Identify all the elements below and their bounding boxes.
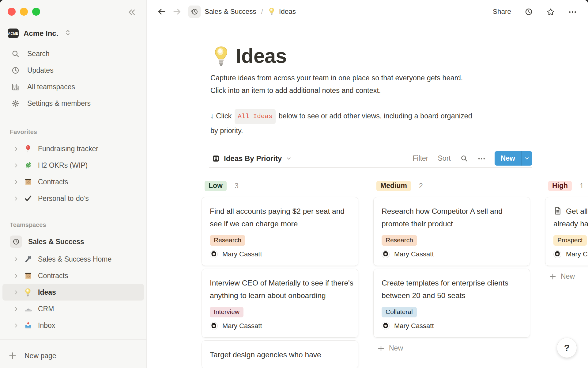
favorite-star-icon[interactable] <box>546 8 555 16</box>
hint-prefix: ↓ Click <box>210 112 232 120</box>
sidebar-item-updates[interactable]: Updates <box>0 62 144 79</box>
sidebar-item-contracts[interactable]: Contracts <box>2 267 144 284</box>
sidebar-item-crm[interactable]: CRM <box>2 301 144 317</box>
collapse-sidebar-button[interactable] <box>126 7 137 18</box>
card-interview-ceo[interactable]: Interview CEO of Materially to see if th… <box>202 269 358 338</box>
card-person: Mary C <box>553 250 588 258</box>
sidebar-item-label: H2 OKRs (WIP) <box>38 161 88 170</box>
favorites-list: Fundraising tracker H2 OKRs (WIP) Contra… <box>0 140 144 207</box>
column-chip-low[interactable]: Low <box>205 181 227 191</box>
sidebar-item-label: CRM <box>38 305 54 313</box>
breadcrumb-page[interactable]: Ideas <box>268 7 296 16</box>
sidebar-item-sales-success-home[interactable]: Sales & Success Home <box>2 251 144 267</box>
card-title: Interview CEO of Materially to see if th… <box>210 277 354 302</box>
breadcrumb-teamspace-icon[interactable] <box>188 6 201 18</box>
new-button-dropdown[interactable] <box>521 151 532 166</box>
close-button[interactable] <box>8 8 16 16</box>
description-line: Click into an item to add additional not… <box>210 84 463 97</box>
forward-button[interactable] <box>172 7 182 16</box>
board-columns: Low 3 Find all accounts paying $2 per se… <box>202 181 588 368</box>
person-name: Mary Cassatt <box>394 322 434 330</box>
add-card-button[interactable]: New <box>545 272 588 281</box>
lightbulb-emoji <box>268 7 275 16</box>
sidebar-item-sales-success[interactable]: Sales & Success <box>0 233 144 250</box>
hint-line: ↓ ClickAll Ideasbelow to see or add othe… <box>210 109 472 124</box>
column-count: 1 <box>580 182 584 190</box>
chevron-right-icon[interactable] <box>13 306 19 312</box>
new-button[interactable]: New <box>495 151 532 166</box>
page-description[interactable]: Capture ideas from across your team in o… <box>210 72 463 97</box>
add-card-label: New <box>389 344 403 352</box>
sidebar-item-inbox[interactable]: Inbox <box>2 317 144 334</box>
more-options-icon[interactable] <box>568 8 576 16</box>
chevron-right-icon[interactable] <box>13 273 19 279</box>
hint-suffix: below to see or add other views, includi… <box>279 112 472 120</box>
sidebar-item-label: All teamspaces <box>27 83 75 91</box>
page-icon-lightbulb[interactable] <box>212 45 230 68</box>
column-count: 3 <box>235 182 239 190</box>
plus-icon <box>377 344 385 352</box>
sidebar-item-search[interactable]: Search <box>0 45 144 62</box>
new-page-button[interactable]: New page <box>0 347 146 364</box>
card-target-design-agencies[interactable]: Target design agencies who have <box>202 340 358 368</box>
chevron-right-icon[interactable] <box>13 179 19 185</box>
back-button[interactable] <box>157 7 166 16</box>
arrow-right-icon <box>172 7 182 16</box>
chevron-right-icon[interactable] <box>13 196 19 201</box>
chevron-right-icon[interactable] <box>13 289 19 295</box>
main-panel: Sales & Success / Ideas Share Ideas Capt… <box>147 0 588 368</box>
sidebar-item-all-teamspaces[interactable]: All teamspaces <box>0 79 144 95</box>
updates-clock-icon[interactable] <box>525 8 533 16</box>
column-chip-medium[interactable]: Medium <box>376 181 411 191</box>
chevron-right-icon[interactable] <box>13 323 19 328</box>
teamspace-pages: Sales & Success Home Contracts Ideas CRM <box>2 251 144 334</box>
filter-button[interactable]: Filter <box>413 154 428 163</box>
sidebar-item-label: Search <box>27 50 50 58</box>
minimize-button[interactable] <box>20 8 28 16</box>
plus-icon <box>549 273 557 281</box>
person-name: Mary C <box>566 250 588 258</box>
page-title[interactable]: Ideas <box>236 44 287 67</box>
breadcrumb-teamspace[interactable]: Sales & Success <box>205 8 256 16</box>
page-hint[interactable]: ↓ ClickAll Ideasbelow to see or add othe… <box>210 109 472 137</box>
zoom-button[interactable] <box>32 8 40 16</box>
chevron-right-icon[interactable] <box>13 256 19 262</box>
notion-window: ACME Acme Inc. Search Updates All teamsp… <box>0 0 588 368</box>
arrow-left-icon <box>157 7 166 16</box>
sidebar-item-ideas[interactable]: Ideas <box>2 284 144 301</box>
sidebar-item-fundraising-tracker[interactable]: Fundraising tracker <box>0 140 144 157</box>
view-tab-ideas-by-priority[interactable]: Ideas By Priority <box>209 154 292 163</box>
sidebar-item-label: Ideas <box>38 288 56 297</box>
card-research-competitor[interactable]: Research how Competitor A sell and promo… <box>373 197 530 266</box>
chevron-right-icon[interactable] <box>13 163 19 168</box>
sort-button[interactable]: Sort <box>438 154 451 163</box>
add-card-button[interactable]: New <box>373 344 530 352</box>
share-button[interactable]: Share <box>493 8 511 16</box>
column-chip-high[interactable]: High <box>548 181 572 191</box>
card-create-templates[interactable]: Create templates for enterprise clients … <box>373 269 530 338</box>
chevron-down-icon <box>524 155 530 161</box>
sidebar-item-personal-todos[interactable]: Personal to-do’s <box>0 190 144 207</box>
more-options-icon[interactable] <box>477 155 485 162</box>
card-find-all-accounts[interactable]: Find all accounts paying $2 per seat and… <box>202 197 358 266</box>
sidebar-item-h2-okrs[interactable]: H2 OKRs (WIP) <box>0 157 144 174</box>
avatar <box>210 322 218 330</box>
sidebar-item-contracts-favorite[interactable]: Contracts <box>0 174 144 190</box>
topbar: Sales & Success / Ideas Share <box>147 0 588 23</box>
sidebar-item-settings[interactable]: Settings & members <box>0 95 144 112</box>
help-button[interactable]: ? <box>557 338 577 358</box>
workspace-switcher[interactable]: ACME Acme Inc. <box>8 29 71 38</box>
chevron-right-icon[interactable] <box>13 146 19 152</box>
card-title: Get all already ha <box>553 205 588 230</box>
card-title: Research how Competitor A sell and promo… <box>382 205 526 230</box>
microphone-emoji <box>24 255 32 263</box>
card-get-all[interactable]: Get all already ha Prospect Mary C <box>545 197 588 266</box>
sidebar-item-label: Inbox <box>38 321 55 330</box>
hint-line: by priority. <box>210 124 472 137</box>
description-line: Capture ideas from across your team in o… <box>210 72 463 84</box>
search-icon[interactable] <box>460 155 468 162</box>
column-header-medium: Medium 2 <box>373 181 530 191</box>
topbar-actions: Share <box>493 8 576 16</box>
sidebar-top-nav: Search Updates All teamspaces Settings &… <box>0 45 144 112</box>
board-view-icon <box>212 155 220 163</box>
